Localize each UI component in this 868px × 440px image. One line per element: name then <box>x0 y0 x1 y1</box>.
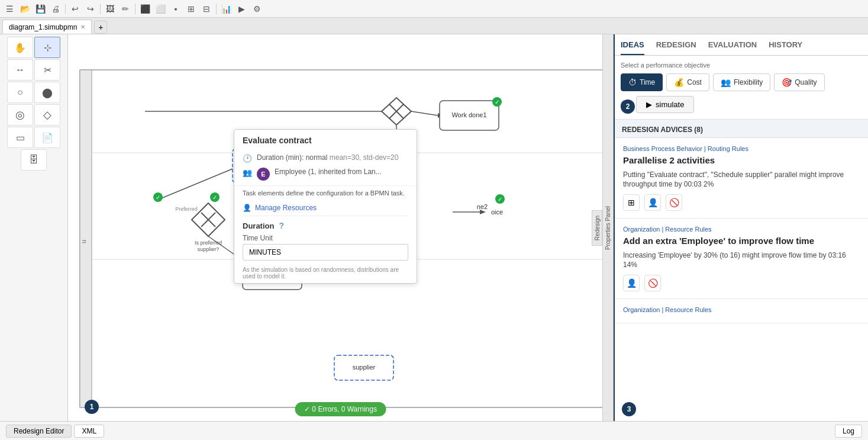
status-bar: ✓ 0 Errors, 0 Warnings <box>295 402 386 416</box>
resource-row: 👥 E Employee (1, inherited from Lan... <box>243 165 408 183</box>
align-right-btn[interactable]: ▪ <box>169 2 183 16</box>
advice-1-desc: Putting "Evaluate contract", "Schedule s… <box>623 170 860 190</box>
time-icon: ⏱ <box>628 78 637 87</box>
advice-2-icons: 👤 🚫 <box>623 275 860 291</box>
menu-btn[interactable]: ☰ <box>2 2 17 16</box>
tab-evaluation[interactable]: EVALUATION <box>708 34 757 55</box>
distribute-h-btn[interactable]: ⊞ <box>184 2 198 16</box>
svg-text:ne2: ne2 <box>477 203 488 210</box>
align-center-btn[interactable]: ⬜ <box>153 2 167 16</box>
gateway-diamond-tool[interactable]: ◇ <box>34 104 60 126</box>
employee-badge: E <box>257 168 270 181</box>
popup-scroll[interactable]: Evaluate contract 🕐 Duration (min): norm… <box>234 130 417 283</box>
svg-marker-35 <box>480 210 486 214</box>
tool-row-5: ▭ 📄 <box>2 127 65 148</box>
tab-redesign[interactable]: REDESIGN <box>656 34 696 55</box>
perf-btn-cost[interactable]: 💰 Cost <box>666 73 709 91</box>
perf-btn-quality[interactable]: 🎯 Quality <box>774 73 824 91</box>
advice-2-ban-icon[interactable]: 🚫 <box>644 275 661 291</box>
right-panel-tabs: IDEAS REDESIGN EVALUATION HISTORY <box>615 34 868 56</box>
resource-label: Employee (1, inherited from Lan... <box>275 168 382 176</box>
svg-text:✓: ✓ <box>495 99 499 105</box>
perf-cost-label: Cost <box>687 78 702 86</box>
svg-text:✓: ✓ <box>498 196 502 203</box>
popup-body: 🕐 Duration (min): normal mean=30, std-de… <box>234 149 417 185</box>
open-btn[interactable]: 📂 <box>18 2 32 16</box>
settings-btn[interactable]: ⚙ <box>250 2 264 16</box>
advice-1-table-icon[interactable]: ⊞ <box>623 194 640 211</box>
step-badge-1: 1 <box>85 400 99 414</box>
manage-resources-link[interactable]: 👤 Manage Resources <box>234 200 417 216</box>
image-btn[interactable]: 🖼 <box>103 2 117 16</box>
print-btn[interactable]: 🖨 <box>49 2 63 16</box>
flex-icon: 👥 <box>721 78 731 87</box>
perf-label: Select a performance objective <box>621 62 862 69</box>
tool-row-1: ✋ ⊹ <box>2 37 65 58</box>
svg-text:supplier: supplier <box>353 364 376 371</box>
svg-text:✓: ✓ <box>212 194 217 201</box>
right-panel-content: Select a performance objective ⏱ Time 💰 … <box>615 56 868 421</box>
undo-btn[interactable]: ↩ <box>68 2 82 16</box>
advice-1-ban-icon[interactable]: 🚫 <box>666 194 682 211</box>
advices-header: REDESIGN ADVICES (8) <box>615 120 868 138</box>
tab-close-icon[interactable]: ✕ <box>80 24 85 30</box>
duration-value: mean=30, std-dev=20 <box>330 153 399 162</box>
perf-btn-flexibility[interactable]: 👥 Flexibility <box>713 73 770 91</box>
advice-2-person-icon[interactable]: 👤 <box>623 275 640 291</box>
properties-panel-tab[interactable]: Properties Panel <box>602 34 613 421</box>
redesign-tab[interactable]: Redesign <box>592 210 602 245</box>
event-end-tool[interactable]: ⬤ <box>34 82 60 103</box>
advice-1-category: Business Process Behavior | Routing Rule… <box>623 145 860 152</box>
event-tool[interactable]: ○ <box>7 82 33 103</box>
advice-card-1: Business Process Behavior | Routing Rule… <box>615 138 868 219</box>
chart-btn[interactable]: 📊 <box>219 2 233 16</box>
tab-history[interactable]: HISTORY <box>769 34 802 55</box>
bottom-tab-redesign[interactable]: Redesign Editor <box>6 425 72 438</box>
quality-icon: 🎯 <box>782 78 792 87</box>
tab-bar: diagram_1.simubpmn ✕ + <box>0 18 868 34</box>
time-unit-select[interactable]: MINUTES SECONDS HOURS DAYS <box>243 244 408 261</box>
perf-btn-time[interactable]: ⏱ Time <box>621 73 663 91</box>
doc-tool[interactable]: 📄 <box>34 127 60 148</box>
save-btn[interactable]: 💾 <box>33 2 47 16</box>
duration-label: Duration (min): normal mean=30, std-dev=… <box>257 153 398 162</box>
tab-ideas[interactable]: IDEAS <box>621 34 644 55</box>
advice-1-person-icon[interactable]: 👤 <box>644 194 661 211</box>
clock-icon: 🕐 <box>243 154 252 163</box>
manage-icon: 👤 <box>243 204 251 212</box>
bottom-bar: Redesign Editor XML Log <box>0 421 868 440</box>
task-popup: Evaluate contract 🕐 Duration (min): norm… <box>234 129 417 284</box>
svg-text:supplier?: supplier? <box>198 246 220 252</box>
perf-objective-wrapper: Select a performance objective ⏱ Time 💰 … <box>615 56 868 120</box>
properties-tab-label: Properties Panel <box>605 206 611 250</box>
perf-buttons: ⏱ Time 💰 Cost 👥 Flexibility 🎯 <box>621 73 862 91</box>
sim-btn[interactable]: ▶ <box>234 2 249 16</box>
advice-2-category: Organization | Resource Rules <box>623 226 860 233</box>
svg-text:u: u <box>80 240 87 243</box>
diagram-tab[interactable]: diagram_1.simubpmn ✕ <box>2 20 92 34</box>
log-button[interactable]: Log <box>835 425 862 438</box>
advice-1-icons: ⊞ 👤 🚫 <box>623 194 860 211</box>
eraser-tool[interactable]: ✂ <box>34 59 60 81</box>
simulate-button[interactable]: ▶ simulate <box>636 96 694 113</box>
svg-line-9 <box>411 111 438 115</box>
popup-desc: Task elements define the configuration f… <box>234 185 417 200</box>
help-icon[interactable]: ? <box>279 221 284 230</box>
canvas-area[interactable]: u Work done1 ✓ <box>68 34 614 421</box>
distribute-v-btn[interactable]: ⊟ <box>199 2 214 16</box>
database-tool[interactable]: 🗄 <box>21 149 47 171</box>
select-tool[interactable]: ⊹ <box>34 37 60 58</box>
add-tab-btn[interactable]: + <box>94 21 107 34</box>
resource-icon: 👥 <box>243 168 252 177</box>
pan-tool[interactable]: ✋ <box>7 37 33 58</box>
sep4 <box>216 4 217 14</box>
task-tool[interactable]: ▭ <box>7 127 33 148</box>
right-panel: IDEAS REDESIGN EVALUATION HISTORY Select… <box>614 34 868 421</box>
advice-card-2: Organization | Resource Rules Add an ext… <box>615 219 868 299</box>
align-left-btn[interactable]: ⬛ <box>138 2 152 16</box>
redo-btn[interactable]: ↪ <box>83 2 98 16</box>
draw-btn[interactable]: ✏ <box>118 2 133 16</box>
gateway-circle-tool[interactable]: ◎ <box>7 104 33 126</box>
connect-tool[interactable]: ↔ <box>7 59 33 81</box>
bottom-tab-xml[interactable]: XML <box>74 425 104 438</box>
